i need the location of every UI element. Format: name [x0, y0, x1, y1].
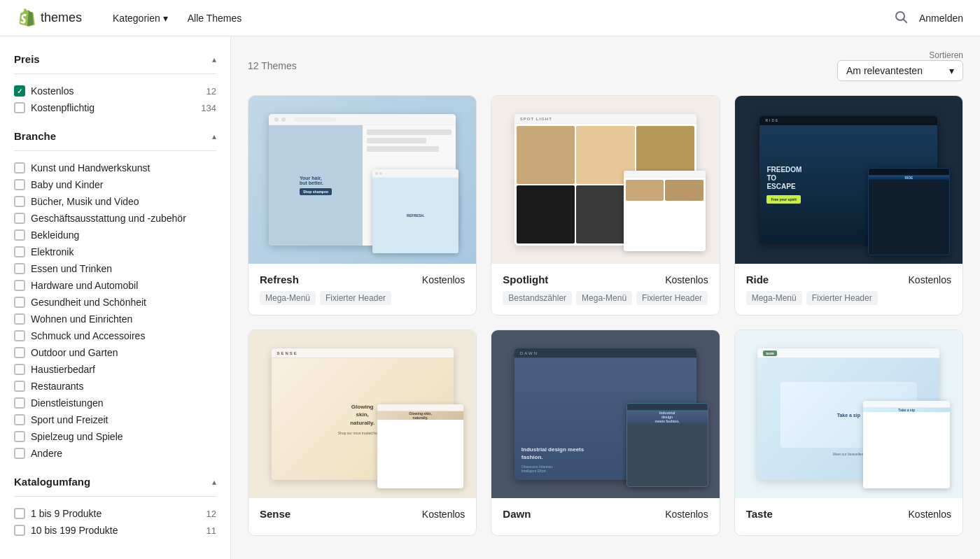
- checkbox-haustierbedarf[interactable]: [14, 364, 25, 375]
- theme-preview-spotlight: SPOT LIGHT: [491, 96, 719, 264]
- theme-name-row: Dawn Kostenlos: [503, 508, 708, 520]
- filter-label-spielzeug: Spielzeug und Spiele: [31, 431, 123, 442]
- checkbox-dienstleistungen[interactable]: [14, 397, 25, 409]
- filter-item-baby[interactable]: Baby und Kinder: [14, 176, 216, 193]
- filter-label-schmuck: Schmuck und Accessoires: [31, 330, 145, 341]
- checkbox-restaurants[interactable]: [14, 381, 25, 392]
- filter-label-restaurants: Restaurants: [31, 381, 83, 392]
- checkbox-bekleidung[interactable]: [14, 229, 25, 241]
- filter-label-wohnen: Wohnen und Einrichten: [31, 313, 132, 325]
- filter-title-branche: Branche: [14, 130, 56, 142]
- theme-name-row: Refresh Kostenlos: [260, 274, 465, 285]
- theme-tags: BestandszählerMega-MenüFixierter Header: [503, 291, 708, 305]
- theme-card-taste[interactable]: taste Take a sip Meet our bestsellers Ta…: [734, 330, 963, 536]
- filter-label-sport: Sport und Freizeit: [31, 414, 108, 425]
- theme-name: Refresh: [260, 274, 299, 285]
- theme-price: Kostenlos: [665, 509, 708, 520]
- filter-item-schmuck[interactable]: Schmuck und Accessoires: [14, 327, 216, 344]
- checkbox-schmuck[interactable]: [14, 330, 25, 341]
- theme-name-row: Taste Kostenlos: [746, 508, 951, 520]
- checkbox-hardware[interactable]: [14, 280, 25, 291]
- filter-label-kostenlos: Kostenlos: [31, 85, 74, 97]
- chevron-up-icon: ▴: [212, 55, 216, 64]
- filter-item-hardware[interactable]: Hardware und Automobil: [14, 277, 216, 294]
- theme-name: Taste: [746, 508, 773, 520]
- filter-header-katalogumfang[interactable]: Katalogumfang ▴: [14, 476, 216, 497]
- checkbox-sport[interactable]: [14, 414, 25, 425]
- theme-card-spotlight[interactable]: SPOT LIGHT: [491, 95, 720, 316]
- svg-line-1: [903, 20, 906, 23]
- sort-select[interactable]: Am relevantesten ▾: [837, 60, 963, 81]
- filter-count-1-9: 12: [206, 509, 216, 519]
- nav-kategorien[interactable]: Kategorien ▾: [104, 8, 176, 28]
- theme-price: Kostenlos: [422, 509, 465, 520]
- filter-label-dienstleistungen: Dienstleistungen: [31, 397, 104, 409]
- filter-item-kunst[interactable]: Kunst und Handwerkskunst: [14, 160, 216, 176]
- sidebar: Preis ▴ Kostenlos 12 Kostenpflichtig 134: [0, 36, 231, 559]
- checkbox-baby[interactable]: [14, 179, 25, 190]
- filter-count-kostenlos: 12: [206, 86, 216, 97]
- filter-item-outdoor[interactable]: Outdoor und Garten: [14, 344, 216, 361]
- page-layout: Preis ▴ Kostenlos 12 Kostenpflichtig 134: [0, 36, 980, 559]
- checkbox-buecher[interactable]: [14, 196, 25, 207]
- filter-label-gesundheit: Gesundheit und Schönheit: [31, 297, 146, 308]
- filter-label-elektronik: Elektronik: [31, 246, 74, 257]
- checkbox-kunst[interactable]: [14, 162, 25, 174]
- shopify-logo-icon: [17, 8, 36, 28]
- checkbox-outdoor[interactable]: [14, 347, 25, 358]
- checkbox-kostenlos[interactable]: [14, 85, 25, 97]
- search-icon: [894, 10, 908, 24]
- theme-card-refresh[interactable]: Your hair,but better.Shop shampoo REFRES…: [248, 95, 477, 316]
- checkbox-kostenpflichtig[interactable]: [14, 102, 25, 113]
- filter-header-branche[interactable]: Branche ▴: [14, 130, 216, 151]
- filter-item-1-9[interactable]: 1 bis 9 Produkte 12: [14, 505, 216, 522]
- filter-header-preis[interactable]: Preis ▴: [14, 53, 216, 74]
- themes-count: 12 Themes: [248, 60, 297, 71]
- chevron-up-icon-katalog: ▴: [212, 477, 216, 487]
- filter-label-hardware: Hardware und Automobil: [31, 280, 138, 291]
- filter-item-10-199[interactable]: 10 bis 199 Produkte 11: [14, 522, 216, 539]
- checkbox-spielzeug[interactable]: [14, 431, 25, 442]
- sort-chevron-icon: ▾: [949, 65, 954, 76]
- filter-item-spielzeug[interactable]: Spielzeug und Spiele: [14, 428, 216, 445]
- filter-item-elektronik[interactable]: Elektronik: [14, 243, 216, 260]
- filter-label-1-9: 1 bis 9 Produkte: [31, 508, 102, 519]
- login-button[interactable]: Anmelden: [919, 13, 963, 24]
- checkbox-andere[interactable]: [14, 448, 25, 459]
- filter-item-haustierbedarf[interactable]: Haustierbedarf: [14, 361, 216, 378]
- filter-item-bekleidung[interactable]: Bekleidung: [14, 227, 216, 243]
- theme-preview-dawn: DAWN Industrial design meetsfashion. Obs…: [491, 330, 719, 498]
- theme-tag: Fixierter Header: [636, 291, 708, 305]
- checkbox-essen[interactable]: [14, 263, 25, 274]
- checkbox-wohnen[interactable]: [14, 313, 25, 325]
- checkbox-10-199[interactable]: [14, 525, 25, 536]
- filter-item-wohnen[interactable]: Wohnen und Einrichten: [14, 311, 216, 327]
- filter-item-kostenlos[interactable]: Kostenlos 12: [14, 83, 216, 99]
- checkbox-gesundheit[interactable]: [14, 297, 25, 308]
- checkbox-geschaeft[interactable]: [14, 213, 25, 224]
- theme-tag: Mega-Menü: [260, 291, 316, 305]
- filter-item-restaurants[interactable]: Restaurants: [14, 378, 216, 395]
- theme-info: Dawn Kostenlos: [491, 498, 719, 535]
- filter-label-kostenpflichtig: Kostenpflichtig: [31, 102, 94, 113]
- filter-item-andere[interactable]: Andere: [14, 445, 216, 462]
- nav-alle-themes[interactable]: Alle Themes: [179, 8, 251, 28]
- logo[interactable]: themes: [17, 8, 82, 28]
- theme-info: Spotlight Kostenlos BestandszählerMega-M…: [491, 264, 719, 315]
- checkbox-elektronik[interactable]: [14, 246, 25, 257]
- search-button[interactable]: [894, 10, 908, 26]
- filter-item-sport[interactable]: Sport und Freizeit: [14, 411, 216, 428]
- filter-label-essen: Essen und Trinken: [31, 263, 112, 274]
- theme-card-ride[interactable]: RIDE FREEDOMTOESCAPE Free your spirit RI…: [734, 95, 963, 316]
- filter-item-essen[interactable]: Essen und Trinken: [14, 260, 216, 277]
- filter-item-geschaeft[interactable]: Geschäftsausstattung und -zubehör: [14, 210, 216, 227]
- checkbox-1-9[interactable]: [14, 508, 25, 519]
- filter-item-kostenpflichtig[interactable]: Kostenpflichtig 134: [14, 99, 216, 116]
- filter-section-katalogumfang: Katalogumfang ▴ 1 bis 9 Produkte 12 10 b…: [14, 476, 216, 539]
- theme-preview-sense: SENSE Glowingskin,naturally. Shop our mo…: [248, 330, 476, 498]
- theme-card-dawn[interactable]: DAWN Industrial design meetsfashion. Obs…: [491, 330, 720, 536]
- filter-item-buecher[interactable]: Bücher, Musik und Video: [14, 193, 216, 210]
- filter-item-dienstleistungen[interactable]: Dienstleistungen: [14, 395, 216, 411]
- filter-item-gesundheit[interactable]: Gesundheit und Schönheit: [14, 294, 216, 311]
- theme-card-sense[interactable]: SENSE Glowingskin,naturally. Shop our mo…: [248, 330, 477, 536]
